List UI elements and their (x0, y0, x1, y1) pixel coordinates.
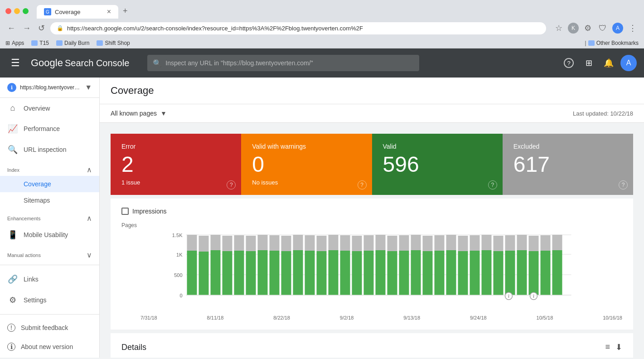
sidebar-item-overview[interactable]: ⌂ Overview (0, 98, 99, 118)
bookmark-daily-burn[interactable]: Daily Burn (56, 40, 89, 46)
search-input[interactable] (147, 55, 419, 71)
enhancements-section-toggle[interactable]: ∧ (87, 214, 92, 223)
svg-rect-32 (329, 250, 339, 295)
sidebar-item-links[interactable]: 🔗 Links (0, 269, 99, 290)
star-icon[interactable]: ☆ (553, 21, 564, 35)
avatar-icon[interactable]: A (612, 23, 623, 34)
filter-arrow-icon: ▼ (160, 110, 167, 117)
svg-rect-25 (281, 236, 291, 251)
other-bookmarks-folder-icon (588, 40, 595, 46)
back-button[interactable]: ← (5, 22, 17, 35)
svg-rect-20 (258, 250, 268, 295)
bookmark-shift-shop-label: Shift Shop (105, 40, 130, 46)
browser-dots (5, 8, 29, 14)
sidebar-item-settings[interactable]: ⚙ Settings (0, 290, 99, 310)
filter-select[interactable]: All known pages ▼ (111, 110, 167, 117)
minimize-dot[interactable] (14, 8, 20, 14)
excluded-card-help-icon[interactable]: ? (619, 180, 628, 189)
chrome-menu-icon[interactable]: ⋮ (627, 21, 639, 35)
sidebar-item-submit-feedback[interactable]: ! Submit feedback (0, 318, 99, 337)
close-dot[interactable] (5, 8, 11, 14)
tab-close-button[interactable]: × (107, 8, 111, 16)
error-card-help-icon[interactable]: ? (227, 180, 236, 189)
address-bar[interactable]: 🔒 https://search.google.com/u/2/search-c… (50, 22, 546, 34)
refresh-button[interactable]: ↺ (36, 21, 47, 35)
settings-label: Settings (24, 296, 47, 304)
chart-area: 1.5K 1K 500 0 (121, 230, 622, 320)
svg-rect-62 (505, 251, 515, 295)
sidebar-divider (0, 265, 99, 265)
svg-rect-39 (364, 235, 374, 251)
chart-container: Impressions Pages 1.5K 1K 500 0 (111, 199, 633, 330)
impressions-checkbox[interactable] (121, 208, 129, 215)
info-icon: ℹ (7, 343, 15, 351)
user-avatar[interactable]: A (620, 55, 637, 71)
performance-icon: 📈 (7, 124, 18, 134)
filter-icon[interactable]: ≡ (605, 342, 610, 352)
index-section-toggle[interactable]: ∧ (87, 165, 92, 174)
chart-x-labels: 7/31/18 8/11/18 8/22/18 9/2/18 9/13/18 9… (121, 313, 622, 320)
sidebar-item-overview-label: Overview (24, 105, 50, 112)
shield-icon[interactable]: 🛡 (597, 22, 609, 35)
browser-chrome: G Coverage × + ← → ↺ 🔒 https://search.go… (0, 0, 644, 49)
apps-button[interactable]: ⊞ (581, 55, 597, 71)
svg-text:500: 500 (174, 272, 182, 278)
active-tab[interactable]: G Coverage × (37, 5, 118, 19)
notifications-button[interactable]: 🔔 (600, 55, 617, 71)
maximize-dot[interactable] (23, 8, 29, 14)
bookmark-apps[interactable]: ⊞ Apps (5, 40, 24, 46)
svg-rect-41 (376, 235, 386, 250)
forward-button[interactable]: → (21, 22, 33, 35)
chart-svg: 1.5K 1K 500 0 (121, 230, 622, 312)
download-icon[interactable]: ⬇ (615, 342, 622, 352)
new-tab-button[interactable]: + (118, 4, 132, 19)
extension-k-icon[interactable]: K (568, 23, 579, 34)
sidebar-item-mobile-usability[interactable]: 📱 Mobile Usability (0, 224, 99, 245)
svg-rect-54 (458, 251, 468, 295)
topbar-search[interactable]: 🔍 (147, 55, 419, 71)
excluded-card[interactable]: Excluded 617 ? (503, 134, 633, 195)
svg-text:1.5K: 1.5K (172, 233, 183, 238)
sidebar-item-coverage[interactable]: Coverage (0, 176, 99, 192)
mobile-usability-label: Mobile Usability (24, 231, 68, 238)
svg-rect-30 (317, 251, 327, 295)
bookmark-t15[interactable]: T15 (31, 40, 49, 46)
help-button[interactable]: ? (561, 55, 577, 71)
svg-rect-28 (305, 251, 315, 295)
property-selector[interactable]: ℹ https://blog.twentyoverten.co... ▼ (0, 78, 99, 98)
svg-rect-29 (305, 235, 315, 251)
x-label-6: 10/5/18 (537, 315, 553, 320)
warning-card-help-icon[interactable]: ? (358, 180, 367, 189)
valid-card[interactable]: Valid 596 ? (372, 134, 503, 195)
home-icon: ⌂ (7, 103, 18, 113)
topbar: ☰ Google Search Console 🔍 ? ⊞ 🔔 A (0, 49, 644, 78)
warning-card[interactable]: Valid with warnings 0 No issues ? (241, 134, 372, 195)
manual-actions-section-toggle[interactable]: ∨ (87, 251, 92, 259)
sidebar-item-sitemaps[interactable]: Sitemaps (0, 192, 99, 209)
sidebar-nav: ⌂ Overview 📈 Performance 🔍 URL inspectio… (0, 98, 99, 358)
sidebar: ℹ https://blog.twentyoverten.co... ▼ ⌂ O… (0, 78, 100, 358)
extension-gear-icon[interactable]: ⚙ (582, 21, 593, 35)
sidebar-item-performance[interactable]: 📈 Performance (0, 118, 99, 139)
sidebar-item-url-inspection-label: URL inspection (24, 146, 66, 153)
svg-rect-19 (246, 236, 256, 251)
tab-title: Coverage (55, 9, 80, 15)
bell-icon: 🔔 (604, 58, 614, 68)
impressions-toggle[interactable]: Impressions (121, 208, 622, 215)
svg-rect-71 (552, 235, 562, 250)
valid-card-help-icon[interactable]: ? (488, 180, 497, 189)
svg-rect-50 (435, 251, 445, 295)
svg-rect-35 (340, 235, 350, 251)
bookmark-shift-shop[interactable]: Shift Shop (97, 40, 130, 46)
svg-rect-42 (387, 251, 397, 295)
details-title: Details (121, 343, 146, 352)
sidebar-item-about-new-version[interactable]: ℹ About new version (0, 337, 99, 356)
sidebar-item-url-inspection[interactable]: 🔍 URL inspection (0, 139, 99, 160)
sidebar-divider-2 (0, 314, 99, 315)
other-bookmarks-label: Other Bookmarks (596, 40, 639, 46)
hamburger-menu-icon[interactable]: ☰ (7, 53, 24, 73)
status-cards: Error 2 1 issue ? Valid with warnings 0 … (111, 134, 633, 195)
coverage-label: Coverage (24, 180, 51, 188)
error-card[interactable]: Error 2 1 issue ? (111, 134, 241, 195)
sidebar-item-go-to-old-version[interactable]: ↗ Go to the old version (0, 356, 99, 358)
